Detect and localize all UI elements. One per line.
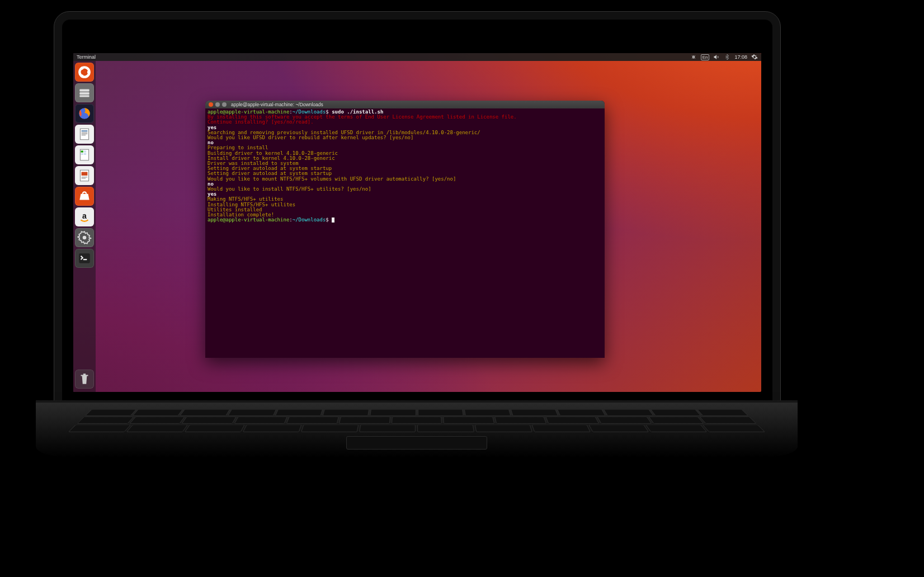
terminal-icon[interactable] (75, 249, 94, 268)
svg-point-2 (87, 70, 90, 73)
maximize-icon[interactable] (222, 102, 227, 107)
files-icon[interactable] (75, 83, 94, 102)
svg-point-4 (81, 74, 83, 77)
launcher: a (73, 61, 96, 392)
svg-rect-16 (84, 150, 86, 152)
keyboard-layout-indicator[interactable]: En (701, 54, 710, 60)
svg-rect-20 (82, 172, 88, 176)
screen: Terminal En 17:08 (73, 53, 761, 392)
close-icon[interactable] (209, 102, 213, 107)
window-titlebar[interactable]: apple@apple-virtual-machine: ~/Downloads (205, 101, 605, 108)
svg-rect-6 (79, 92, 89, 94)
svg-rect-22 (82, 178, 86, 178)
window-title: apple@apple-virtual-machine: ~/Downloads (231, 102, 323, 107)
svg-rect-18 (84, 153, 86, 155)
volume-icon[interactable] (713, 54, 720, 60)
top-panel: Terminal En 17:08 (73, 53, 761, 61)
svg-text:a: a (82, 211, 87, 220)
svg-point-24 (83, 236, 87, 240)
software-center-icon[interactable] (75, 187, 94, 206)
clock[interactable]: 17:08 (734, 54, 747, 60)
svg-rect-25 (79, 253, 90, 263)
svg-rect-10 (82, 131, 88, 132)
impress-icon[interactable] (75, 166, 94, 185)
network-icon[interactable] (690, 54, 697, 60)
bluetooth-icon[interactable] (724, 54, 730, 60)
keyboard (78, 409, 756, 423)
desktop-wallpaper[interactable]: Terminal En 17:08 (73, 53, 761, 392)
bezel: Terminal En 17:08 (62, 20, 772, 403)
svg-rect-11 (82, 133, 88, 133)
svg-rect-26 (83, 259, 87, 260)
firefox-icon[interactable] (75, 104, 94, 123)
active-app-title[interactable]: Terminal (77, 54, 96, 60)
svg-rect-12 (82, 134, 88, 134)
calc-icon[interactable] (75, 145, 94, 164)
trash-icon[interactable] (75, 370, 94, 389)
minimize-icon[interactable] (215, 102, 220, 107)
ubuntu-dash-icon[interactable] (75, 63, 94, 82)
svg-rect-13 (82, 135, 86, 135)
gear-icon[interactable] (751, 54, 758, 60)
svg-rect-17 (81, 153, 83, 155)
settings-icon[interactable] (75, 228, 94, 247)
laptop-base (36, 403, 798, 457)
svg-rect-7 (79, 95, 89, 97)
laptop-frame: Terminal En 17:08 (54, 11, 781, 404)
svg-rect-15 (81, 150, 83, 152)
writer-icon[interactable] (75, 125, 94, 144)
trackpad (346, 436, 487, 450)
amazon-icon[interactable]: a (75, 207, 94, 226)
svg-rect-5 (79, 89, 89, 92)
svg-point-3 (81, 67, 83, 69)
terminal-window[interactable]: apple@apple-virtual-machine: ~/Downloads… (205, 101, 605, 358)
svg-rect-21 (82, 177, 88, 177)
terminal-output[interactable]: apple@apple-virtual-machine:~/Downloads$… (205, 108, 605, 358)
